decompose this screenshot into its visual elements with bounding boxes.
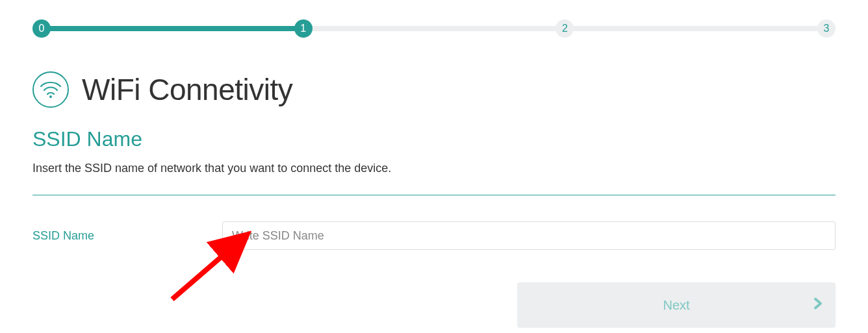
form-row-ssid: SSID Name: [32, 221, 836, 250]
step-3: 3: [817, 19, 836, 38]
ssid-label: SSID Name: [32, 229, 222, 243]
step-0: 0: [32, 19, 51, 38]
chevron-right-icon: [813, 298, 823, 313]
progress-stepper: 0 1 2 3: [32, 19, 836, 39]
ssid-input[interactable]: [222, 221, 836, 250]
section-title: SSID Name: [32, 127, 836, 151]
section-subtitle: Insert the SSID name of network that you…: [32, 162, 836, 175]
divider: [32, 195, 836, 195]
next-button-label: Next: [663, 298, 689, 313]
stepper-fill: [42, 26, 303, 31]
page-title: WiFi Connetivity: [82, 72, 292, 107]
svg-point-0: [49, 95, 52, 98]
wifi-icon: [32, 71, 69, 108]
step-1: 1: [294, 19, 313, 38]
next-button[interactable]: Next: [517, 282, 836, 328]
page-header: WiFi Connetivity: [32, 71, 836, 108]
step-2: 2: [555, 19, 574, 38]
button-row: Next: [32, 282, 836, 328]
